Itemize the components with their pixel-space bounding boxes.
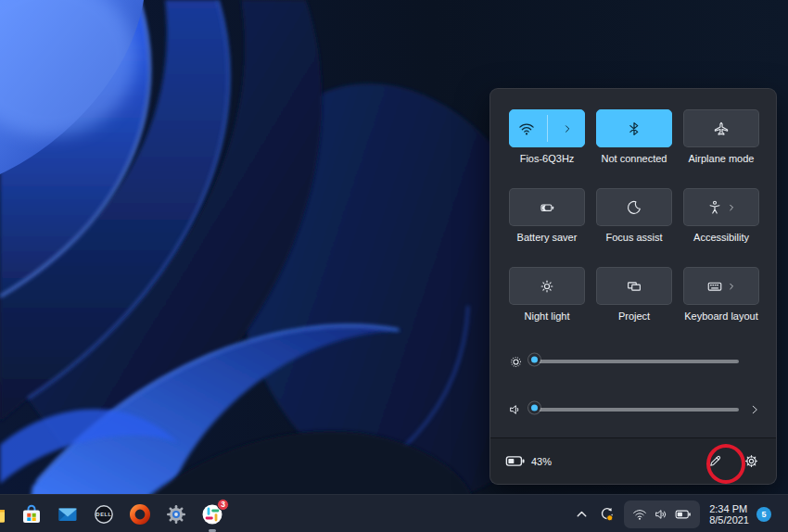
volume-output-expand-button[interactable] [744,399,765,420]
slack-running-indicator [209,529,216,532]
airplane-icon [713,120,730,137]
dell-logo-text: DELL [93,503,115,526]
pencil-icon [707,453,723,469]
settings-gear-icon [165,503,187,526]
night-light-tile[interactable] [509,267,585,305]
night-light-tile-label: Night light [525,310,570,323]
tray-clock[interactable]: 2:34 PM 8/5/2021 [709,503,749,526]
desktop: Fios-6Q3Hz Not connected Airplane [0,0,788,532]
quick-settings-footer: 43% [490,437,776,484]
tray-volume-icon [654,507,668,522]
file-explorer-icon [0,503,6,526]
wifi-tile-label: Fios-6Q3Hz [520,153,575,165]
battery-saver-icon [539,199,555,216]
tile-divider [547,115,548,142]
tray-date: 8/5/2021 [709,514,749,526]
volume-slider-row [490,397,776,423]
mail-icon [57,503,79,526]
airplane-mode-tile[interactable] [683,109,759,147]
office-icon [129,503,151,526]
bluetooth-icon [626,120,642,137]
battery-percent-label: 43% [531,456,552,467]
focus-assist-icon [626,199,642,216]
focus-assist-tile-label: Focus assist [605,232,662,244]
chevron-right-icon [726,281,737,292]
wifi-icon [518,120,535,137]
airplane-mode-tile-label: Airplane mode [689,153,755,165]
battery-status[interactable]: 43% [505,454,552,468]
taskbar: DELL [0,494,788,532]
tray-battery-icon [675,508,692,521]
keyboard-icon [706,278,723,295]
taskbar-microsoft-store-button[interactable] [20,503,43,526]
quick-settings-sliders [490,348,776,445]
bluetooth-tile[interactable] [596,109,672,147]
volume-icon [505,402,526,417]
taskbar-app-icons: DELL [0,495,223,532]
chevron-right-icon [726,202,737,213]
gear-icon [744,453,759,469]
wifi-tile[interactable] [509,109,585,147]
accessibility-tile-label: Accessibility [693,232,749,244]
tray-wifi-icon [632,507,647,522]
wifi-expand-button[interactable] [551,110,585,146]
slack-notification-badge: 3 [217,499,229,511]
taskbar-settings-button[interactable] [165,503,187,526]
night-light-icon [539,278,555,295]
taskbar-dell-button[interactable]: DELL [93,503,115,526]
brightness-slider[interactable] [533,360,739,363]
tray-overflow-button[interactable] [572,504,591,524]
bluetooth-tile-label: Not connected [602,153,667,165]
quick-settings-panel: Fios-6Q3Hz Not connected Airplane [489,88,777,485]
chevron-right-icon [748,403,761,416]
tray-quick-settings-button[interactable] [624,500,700,528]
volume-slider-thumb[interactable] [528,402,540,414]
taskbar-office-button[interactable] [129,503,151,526]
accessibility-tile[interactable] [683,188,759,226]
taskbar-file-explorer-button[interactable] [0,503,6,526]
battery-icon [505,454,526,468]
battery-saver-tile[interactable] [509,188,585,226]
microsoft-store-icon [20,503,43,526]
wifi-toggle[interactable] [510,110,544,146]
notification-count-badge[interactable]: 5 [756,507,771,522]
keyboard-layout-tile-label: Keyboard layout [684,310,758,323]
brightness-icon [505,354,526,370]
project-tile-label: Project [618,310,650,323]
brightness-slider-row [490,348,776,374]
battery-saver-tile-label: Battery saver [517,232,578,244]
brightness-slider-thumb[interactable] [528,354,540,366]
chevron-right-icon [561,122,574,135]
taskbar-mail-button[interactable] [57,503,79,526]
tray-time: 2:34 PM [709,503,747,514]
volume-slider[interactable] [533,408,739,412]
quick-settings-tile-grid: Fios-6Q3Hz Not connected Airplane [509,109,759,323]
focus-assist-tile[interactable] [596,188,672,226]
project-tile[interactable] [596,267,672,305]
edit-quick-settings-button[interactable] [704,450,727,473]
taskbar-slack-button[interactable]: 3 [201,503,223,526]
system-tray: 2:34 PM 8/5/2021 5 [572,495,788,532]
keyboard-layout-tile[interactable] [683,267,759,305]
settings-button[interactable] [740,450,763,473]
project-icon [626,278,642,295]
accessibility-icon [706,199,723,216]
chevron-up-icon [574,506,590,522]
tray-sync-button[interactable] [596,504,616,525]
sync-arrows-icon [598,506,615,523]
